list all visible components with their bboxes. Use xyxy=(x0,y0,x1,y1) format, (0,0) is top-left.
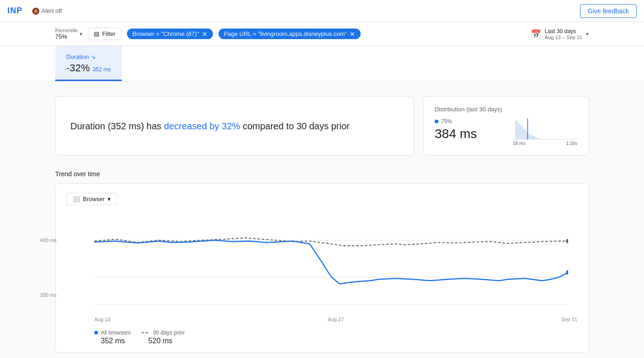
svg-rect-2 xyxy=(521,127,523,139)
y-label-200: 200 ms xyxy=(40,292,57,298)
top-bar-left: INP 🔕 Alert off xyxy=(7,6,62,16)
chart-area xyxy=(94,213,568,314)
filter-label: Filter xyxy=(102,30,115,37)
percentile-selector[interactable]: Percentile 75% ▾ xyxy=(55,28,82,40)
prior-value: 520 ms xyxy=(142,337,184,345)
distribution-dot xyxy=(435,120,438,123)
duration-tab-name: Duration ↘ xyxy=(66,53,111,60)
date-chevron-icon: ▾ xyxy=(586,31,589,37)
top-bar-right: Give feedback xyxy=(580,4,637,18)
distribution-row: 75% 384 ms xyxy=(435,118,577,146)
svg-rect-3 xyxy=(523,129,526,139)
summary-row: Duration (352 ms) has decreased by 32% c… xyxy=(55,96,589,156)
alert-off-label: Alert off xyxy=(41,7,62,14)
url-filter-close-icon[interactable]: ✕ xyxy=(350,31,355,37)
svg-rect-6 xyxy=(532,136,535,139)
legend-prior: 30 days prior 520 ms xyxy=(142,329,184,345)
svg-rect-5 xyxy=(529,134,532,139)
filter-bar: Percentile 75% ▾ ▤ Filter Browser = "Chr… xyxy=(0,22,644,46)
url-filter-chip[interactable]: Page URL = "livingroom.apps.disneyplus.c… xyxy=(218,29,361,39)
bell-off-icon: 🔕 xyxy=(32,7,40,15)
svg-point-14 xyxy=(566,239,568,243)
distribution-percentile: 75% xyxy=(435,118,507,125)
prior-label-text: 30 days prior xyxy=(153,329,184,336)
svg-rect-8 xyxy=(537,138,540,139)
chart-container: 400 ms 200 ms xyxy=(67,213,577,322)
insight-card: Duration (352 ms) has decreased by 32% c… xyxy=(55,96,414,156)
trend-section-label: Trend over time xyxy=(55,170,589,178)
browser-filter-chip[interactable]: Browser = "Chrome (87)" ✕ xyxy=(127,29,213,39)
distribution-title: Distribution (last 30 days) xyxy=(435,106,577,113)
trend-chart-svg xyxy=(94,213,568,314)
x-label-aug13: Aug 13 xyxy=(94,317,110,322)
browser-selector-label: Browser xyxy=(83,196,105,202)
browser-filter-close-icon[interactable]: ✕ xyxy=(202,31,207,37)
distribution-x-start: 16 ms xyxy=(513,141,525,146)
distribution-value: 384 ms xyxy=(435,127,507,141)
inp-badge: INP xyxy=(7,6,23,16)
all-browsers-dot xyxy=(94,331,98,335)
insight-text-after: compared to 30 days prior xyxy=(240,121,350,131)
date-range-selector[interactable]: 📅 Last 30 days Aug 13 – Sep 11 ▾ xyxy=(531,28,589,40)
distribution-chart-labels: 16 ms 1.16s xyxy=(513,141,577,146)
browser-chevron-icon: ▾ xyxy=(108,196,111,202)
duration-tab-value: -32% 352 ms xyxy=(66,62,111,74)
alert-off-button[interactable]: 🔕 Alert off xyxy=(32,7,62,15)
distribution-card: Distribution (last 30 days) 75% 384 ms xyxy=(423,96,589,156)
percentile-value: 75% xyxy=(55,33,78,40)
insight-text-before: Duration (352 ms) has xyxy=(70,121,164,131)
svg-rect-0 xyxy=(515,121,518,139)
insight-highlight: decreased by 32% xyxy=(164,121,240,131)
give-feedback-button[interactable]: Give feedback xyxy=(580,4,637,18)
distribution-chart-svg xyxy=(513,118,577,141)
distribution-info: 75% 384 ms xyxy=(435,118,507,141)
distribution-x-end: 1.16s xyxy=(566,141,577,146)
chart-legend: All browsers 352 ms 30 days prior 520 ms xyxy=(67,322,577,345)
duration-tab-sub: 352 ms xyxy=(92,66,110,73)
legend-all-browsers-label: All browsers xyxy=(94,329,131,336)
legend-all-browsers: All browsers 352 ms xyxy=(94,329,131,345)
prior-dash-icon xyxy=(142,332,148,333)
legend-prior-label: 30 days prior xyxy=(142,329,184,336)
svg-rect-7 xyxy=(535,137,537,139)
date-range-value: Aug 13 – Sep 11 xyxy=(545,35,582,40)
svg-rect-1 xyxy=(518,124,521,139)
percentile-label: Percentile xyxy=(55,28,78,33)
chart-x-labels: Aug 13 Aug 27 Sep 11 xyxy=(67,314,577,322)
distribution-percentile-label: 75% xyxy=(441,118,452,125)
date-text: Last 30 days Aug 13 – Sep 11 xyxy=(545,28,582,40)
duration-tab[interactable]: Duration ↘ -32% 352 ms xyxy=(55,46,122,81)
main-content: Duration (352 ms) has decreased by 32% c… xyxy=(0,81,644,358)
trend-card: ⬜ Browser ▾ 400 ms 200 ms xyxy=(55,183,589,353)
distribution-chart: 16 ms 1.16s xyxy=(513,118,577,146)
browser-selector[interactable]: ⬜ Browser ▾ xyxy=(67,193,117,205)
url-filter-label: Page URL = "livingroom.apps.disneyplus.c… xyxy=(224,30,347,37)
insight-text: Duration (352 ms) has decreased by 32% c… xyxy=(70,119,350,133)
calendar-icon: 📅 xyxy=(531,29,541,39)
top-bar: INP 🔕 Alert off Give feedback xyxy=(0,0,644,22)
x-label-sep11: Sep 11 xyxy=(561,317,577,322)
filter-button[interactable]: ▤ Filter xyxy=(88,28,121,40)
chevron-down-icon: ▾ xyxy=(80,31,82,37)
metric-tabs: Duration ↘ -32% 352 ms xyxy=(0,46,644,81)
chart-y-labels: 400 ms 200 ms xyxy=(40,213,57,322)
browser-filter-label: Browser = "Chrome (87)" xyxy=(132,30,199,37)
y-label-400: 400 ms xyxy=(40,237,57,243)
x-label-aug27: Aug 27 xyxy=(328,317,344,322)
all-browsers-value: 352 ms xyxy=(94,337,131,345)
filter-icon: ▤ xyxy=(94,30,99,37)
all-browsers-label-text: All browsers xyxy=(101,329,131,336)
date-range-label: Last 30 days xyxy=(545,28,582,35)
browser-icon: ⬜ xyxy=(73,196,80,202)
